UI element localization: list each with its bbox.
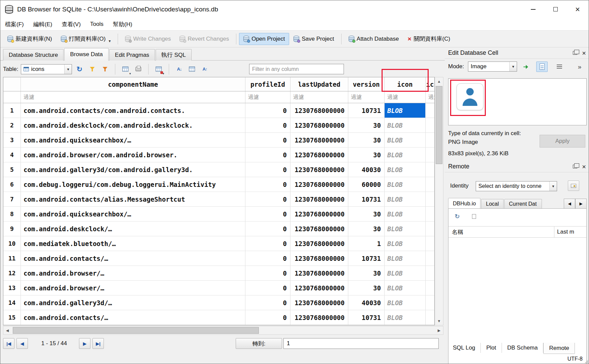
import-data-button[interactable] xyxy=(520,62,532,72)
vertical-scrollbar[interactable]: ▲ ▼ xyxy=(435,77,443,325)
new-database-button[interactable]: 新建資料庫(N) xyxy=(3,33,56,45)
open-database-button[interactable]: 打開資料庫(O) ▾ xyxy=(56,33,115,45)
cell-version[interactable]: 10731 xyxy=(348,310,385,325)
menu-file[interactable]: 檔案(F) xyxy=(0,18,29,30)
table-row[interactable]: 4com.android.browser/com.android.browser… xyxy=(3,148,434,162)
filter-input-icon[interactable]: 過濾 xyxy=(385,91,426,103)
open-project-button[interactable]: Open Project xyxy=(239,33,289,45)
row-number[interactable]: 15 xyxy=(3,310,21,325)
cell-componentName[interactable]: com.android.contacts/alias.MessageShortc… xyxy=(21,192,245,206)
table-row[interactable]: 8com.android.quicksearchbox/…01230768000… xyxy=(3,207,434,221)
row-number[interactable]: 1 xyxy=(3,103,21,118)
table-row[interactable]: 6com.debug.loggerui/com.debug.loggerui.M… xyxy=(3,177,434,192)
row-number[interactable]: 6 xyxy=(3,177,21,192)
cell-lastUpdated[interactable]: 1230768000000 xyxy=(290,103,348,118)
cell-componentName[interactable]: com.android.gallery3d/… xyxy=(21,295,245,310)
first-record-button[interactable]: |◀ xyxy=(3,338,14,349)
cell-icon[interactable]: BLOB xyxy=(385,148,426,162)
table-row[interactable]: 3com.android.quicksearchbox/…01230768000… xyxy=(3,133,434,148)
row-number[interactable]: 9 xyxy=(3,221,21,236)
row-number[interactable]: 10 xyxy=(3,236,21,251)
row-number[interactable]: 8 xyxy=(3,207,21,221)
cell-version[interactable]: 30 xyxy=(348,281,385,295)
menu-view[interactable]: 查看(V) xyxy=(57,18,85,30)
vertical-scrollbar-thumb[interactable] xyxy=(436,86,442,164)
cell-version[interactable]: 30 xyxy=(348,118,385,132)
cell-profileId[interactable]: 0 xyxy=(245,148,290,162)
cell-componentName[interactable]: com.mediatek.bluetooth/… xyxy=(21,236,245,251)
cell-icon[interactable]: BLOB xyxy=(385,266,426,280)
cell-partial[interactable] xyxy=(426,148,434,162)
attach-database-button[interactable]: Attach Database xyxy=(344,33,403,45)
tab-remote[interactable]: Remote xyxy=(543,343,575,354)
cell-partial[interactable] xyxy=(426,103,434,118)
cell-version[interactable]: 30 xyxy=(348,221,385,236)
sort-ascending-button[interactable]: A↓ xyxy=(174,64,185,74)
tab-dbhub[interactable]: DBHub.io xyxy=(448,198,480,209)
filter-input-version[interactable]: 過濾 xyxy=(348,91,385,103)
write-changes-button[interactable]: Write Changes xyxy=(121,33,175,45)
cell-icon[interactable]: BLOB xyxy=(385,310,426,325)
save-project-button[interactable]: Save Project xyxy=(289,33,338,45)
cell-icon[interactable]: BLOB xyxy=(385,192,426,206)
next-records-button[interactable]: ▶ xyxy=(79,338,90,349)
filter-input-componentName[interactable]: 過濾 xyxy=(21,91,245,103)
cell-profileId[interactable]: 0 xyxy=(245,281,290,295)
cell-lastUpdated[interactable]: 1230768000000 xyxy=(290,207,348,221)
table-row[interactable]: 10com.mediatek.bluetooth/…01230768000000… xyxy=(3,236,434,251)
cell-icon[interactable]: BLOB xyxy=(385,221,426,236)
table-row[interactable]: 2com.android.deskclock/com.android.deskc… xyxy=(3,118,434,133)
filter-input-lastUpdated[interactable]: 過濾 xyxy=(290,91,348,103)
cell-profileId[interactable]: 0 xyxy=(245,162,290,177)
cell-profileId[interactable]: 0 xyxy=(245,118,290,132)
corner-header[interactable] xyxy=(3,77,21,91)
cell-partial[interactable] xyxy=(426,295,434,310)
tab-scroll-left-button[interactable]: ◀ xyxy=(564,199,575,209)
cell-profileId[interactable]: 0 xyxy=(245,177,290,192)
goto-record-button[interactable]: 轉到: xyxy=(236,338,282,349)
filter-input-partial[interactable]: 過濾 xyxy=(426,91,434,103)
close-database-button[interactable]: × 關閉資料庫(C) xyxy=(403,33,455,45)
cell-icon[interactable]: BLOB xyxy=(385,118,426,132)
text-view-toggle-button[interactable] xyxy=(554,62,565,72)
cell-componentName[interactable]: com.android.contacts/… xyxy=(21,310,245,325)
cell-lastUpdated[interactable]: 1230768000000 xyxy=(290,236,348,251)
cell-profileId[interactable]: 0 xyxy=(245,221,290,236)
cell-icon[interactable]: BLOB xyxy=(385,133,426,147)
more-options-button[interactable]: » xyxy=(574,62,585,72)
scroll-left-arrow[interactable]: ◀ xyxy=(3,326,11,334)
row-number[interactable]: 3 xyxy=(3,133,21,147)
cell-version[interactable]: 1 xyxy=(348,236,385,251)
column-header-version[interactable]: version xyxy=(348,77,385,91)
revert-changes-button[interactable]: Revert Changes xyxy=(175,33,233,45)
filter-input-profileId[interactable]: 過濾 xyxy=(245,91,290,103)
cell-lastUpdated[interactable]: 1230768000000 xyxy=(290,118,348,132)
cell-icon[interactable]: BLOB xyxy=(385,103,426,118)
table-row[interactable]: 13com.android.browser/…0123076800000030B… xyxy=(3,281,434,295)
cell-profileId[interactable]: 0 xyxy=(245,192,290,206)
horizontal-scrollbar[interactable]: ◀ ▶ xyxy=(3,326,443,335)
cell-partial[interactable] xyxy=(426,207,434,221)
cell-version[interactable]: 40030 xyxy=(348,295,385,310)
cell-version[interactable]: 30 xyxy=(348,266,385,280)
row-number[interactable]: 4 xyxy=(3,148,21,162)
cell-version[interactable]: 60000 xyxy=(348,177,385,192)
refresh-button[interactable]: ↻ xyxy=(74,64,85,74)
cell-partial[interactable] xyxy=(426,192,434,206)
tab-browse-data[interactable]: Browse Data xyxy=(64,48,108,60)
table-row[interactable]: 7com.android.contacts/alias.MessageShort… xyxy=(3,192,434,207)
float-panel-icon[interactable] xyxy=(573,165,577,168)
cell-profileId[interactable]: 0 xyxy=(245,103,290,118)
cell-lastUpdated[interactable]: 1230768000000 xyxy=(290,221,348,236)
tab-database-structure[interactable]: Database Structure xyxy=(3,49,64,60)
cell-profileId[interactable]: 0 xyxy=(245,236,290,251)
cell-partial[interactable] xyxy=(426,281,434,295)
remote-column-last-modified[interactable]: Last m xyxy=(554,227,586,237)
column-header-lastUpdated[interactable]: lastUpdated xyxy=(290,77,348,91)
encoding-status[interactable]: UTF-8 xyxy=(567,356,583,362)
close-panel-icon[interactable]: × xyxy=(582,50,586,56)
cell-version[interactable]: 30 xyxy=(348,207,385,221)
table-row[interactable]: 5com.android.gallery3d/com.android.galle… xyxy=(3,162,434,177)
insert-record-button[interactable]: ▾ xyxy=(120,64,131,74)
goto-record-input[interactable] xyxy=(283,338,439,349)
